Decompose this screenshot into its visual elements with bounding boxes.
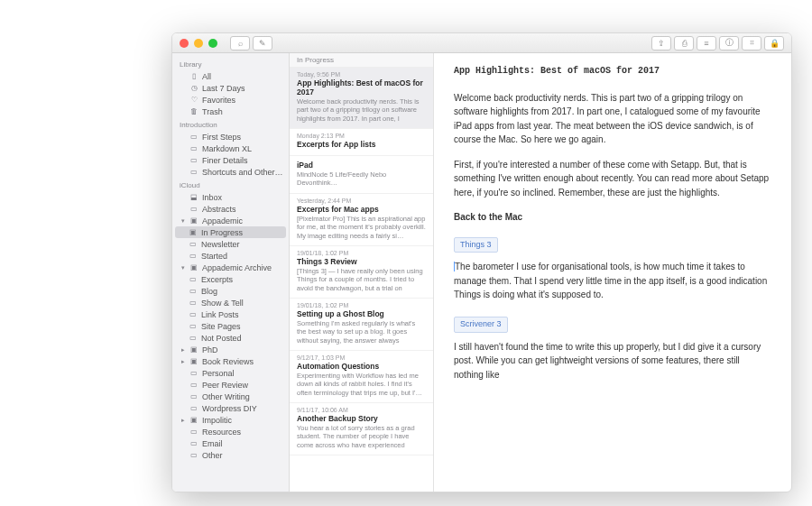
sidebar-item[interactable]: ▭Shortcuts and Other Ti… — [172, 166, 289, 178]
sidebar-item[interactable]: ▾▣Appademic Archive — [172, 262, 289, 273]
doc-icon: ▭ — [189, 168, 198, 177]
link-tag[interactable]: Things 3 — [454, 237, 498, 253]
link-tag[interactable]: Scrivener 3 — [454, 317, 508, 333]
sidebar-item-label: Site Pages — [201, 322, 241, 331]
sidebar-item-label: Finer Details — [202, 156, 248, 165]
folder-icon: ▣ — [189, 345, 198, 354]
doc-icon: ▭ — [189, 133, 198, 142]
sidebar-item-label: Peer Review — [202, 381, 248, 390]
sidebar-item[interactable]: ▭Started — [172, 250, 289, 262]
note-list-item[interactable]: Today, 9:56 PMApp Highlights: Best of ma… — [290, 68, 433, 129]
sidebar-item[interactable]: ▣In Progress — [175, 226, 286, 238]
info-icon[interactable]: ⓘ — [719, 36, 739, 51]
note-list-item[interactable]: Yesterday, 2:44 PMExcerpts for Mac apps[… — [290, 194, 433, 246]
disclosure-icon[interactable]: ▾ — [180, 264, 186, 271]
sidebar-item[interactable]: ▭Site Pages — [172, 320, 289, 332]
tag-icon[interactable]: ⌗ — [742, 36, 761, 51]
sidebar-item[interactable]: ▭Not Posted — [172, 332, 289, 344]
sidebar: Library▯All◷Last 7 Days♡Favorites🗑TrashI… — [172, 53, 290, 492]
folder-icon: ▣ — [189, 416, 198, 425]
sidebar-item[interactable]: ▭Blog — [172, 285, 289, 297]
paragraph-text: The barometer I use for organisational t… — [454, 262, 767, 299]
clock-icon: ◷ — [189, 84, 198, 93]
body: Library▯All◷Last 7 Days♡Favorites🗑TrashI… — [172, 53, 791, 492]
sidebar-item[interactable]: ▭Newsletter — [172, 238, 289, 250]
folder-icon: ▣ — [189, 216, 198, 225]
search-icon[interactable]: ⌕ — [230, 36, 250, 51]
sidebar-item[interactable]: ▾▣Appademic — [172, 215, 289, 226]
inbox-icon: ⬓ — [189, 193, 198, 202]
heart-icon: ♡ — [189, 96, 198, 105]
editor[interactable]: App Highlights: Best of macOS for 2017 W… — [434, 53, 791, 492]
note-list-item[interactable]: 9/11/17, 10:06 AMAnother Backup StoryYou… — [290, 403, 433, 455]
folder-icon: ▣ — [189, 228, 198, 237]
sidebar-item[interactable]: ▭Email — [172, 437, 289, 449]
note-preview: You hear a lot of sorry stories as a gra… — [297, 424, 426, 449]
paragraph: Welcome back productivity nerds. This is… — [454, 91, 771, 147]
disclosure-icon[interactable]: ▸ — [180, 417, 186, 424]
lock-icon[interactable]: 🔒 — [764, 36, 784, 51]
doc-icon: ▭ — [189, 144, 198, 153]
sidebar-item[interactable]: ▭Other Writing — [172, 391, 289, 402]
sidebar-item[interactable]: ▭Personal — [172, 367, 289, 379]
doc-icon: ▭ — [189, 334, 198, 343]
sidebar-item[interactable]: ▭Show & Tell — [172, 297, 289, 308]
paragraph: First, if you're interested a number of … — [454, 158, 771, 200]
sidebar-item[interactable]: ▭First Steps — [172, 131, 289, 143]
sidebar-item-label: Excerpts — [201, 275, 233, 284]
note-list-item[interactable]: iPadMindNode 5 Life/Feedly Nebo Devonthi… — [290, 156, 433, 194]
sidebar-item[interactable]: ⬓Inbox — [172, 191, 289, 203]
close-button[interactable] — [180, 39, 189, 48]
sidebar-item-label: Trash — [202, 107, 223, 116]
sidebar-item-label: In Progress — [201, 228, 243, 237]
minimize-button[interactable] — [194, 39, 203, 48]
note-list-item[interactable]: 19/01/18, 1:02 PMThings 3 Review[Things … — [290, 246, 433, 299]
sidebar-item-label: Markdown XL — [202, 144, 252, 153]
sidebar-item[interactable]: ▸▣PhD — [172, 344, 289, 355]
disclosure-icon[interactable]: ▾ — [180, 217, 186, 225]
sidebar-item[interactable]: ▭Excerpts — [172, 273, 289, 285]
sidebar-item[interactable]: ▭Wordpress DIY — [172, 402, 289, 414]
sidebar-item[interactable]: ▭Markdown XL — [172, 143, 289, 154]
sidebar-item-label: Other — [202, 451, 223, 460]
disclosure-icon[interactable]: ▸ — [180, 358, 186, 365]
sidebar-item[interactable]: ▭Other — [172, 449, 289, 461]
titlebar: ⌕✎ ⇪⎙≡ⓘ⌗🔒 — [172, 33, 791, 53]
sidebar-item[interactable]: ▸▣Book Reviews — [172, 355, 289, 367]
maximize-button[interactable] — [208, 39, 217, 48]
sidebar-section-header: iCloud — [172, 178, 289, 191]
sidebar-item[interactable]: ◷Last 7 Days — [172, 82, 289, 94]
sidebar-item[interactable]: ▭Peer Review — [172, 379, 289, 391]
note-list-item[interactable]: Monday 2:13 PMExcerpts for App lists — [290, 129, 433, 156]
note-date: Today, 9:56 PM — [297, 71, 426, 78]
sidebar-item-label: Wordpress DIY — [202, 404, 257, 413]
doc-icon: ▭ — [189, 310, 198, 319]
sidebar-item[interactable]: ▭Resources — [172, 426, 289, 437]
sidebar-item[interactable]: ♡Favorites — [172, 94, 289, 106]
compose-icon[interactable]: ✎ — [253, 36, 272, 51]
note-list-item[interactable]: 9/12/17, 1:03 PMAutomation QuestionsExpe… — [290, 351, 433, 403]
note-preview: Something I'm asked regularly is what's … — [297, 319, 426, 345]
sidebar-item[interactable]: ▯All — [172, 70, 289, 82]
toolbar-left: ⌕✎ — [230, 36, 272, 51]
doc-icon: ▭ — [189, 404, 198, 413]
export-icon[interactable]: ⎙ — [674, 36, 694, 51]
sidebar-item-label: Email — [202, 439, 223, 448]
sidebar-item[interactable]: ▭Abstracts — [172, 203, 289, 215]
note-date: 19/01/18, 1:02 PM — [297, 302, 426, 308]
share-icon[interactable]: ⇪ — [651, 36, 671, 51]
sidebar-item[interactable]: ▭Finer Details — [172, 154, 289, 166]
sidebar-item-label: Book Reviews — [202, 357, 254, 366]
disclosure-icon[interactable]: ▸ — [180, 346, 186, 354]
notelist-header: In Progress — [290, 53, 433, 68]
sidebar-item[interactable]: 🗑Trash — [172, 106, 289, 117]
note-date: Monday 2:13 PM — [297, 133, 426, 139]
sidebar-item-label: Appademic Archive — [202, 263, 272, 272]
list-icon[interactable]: ≡ — [697, 36, 716, 51]
sidebar-item[interactable]: ▭Link Posts — [172, 308, 289, 320]
paragraph: I still haven't found the time to write … — [454, 340, 771, 382]
note-list-item[interactable]: 19/01/18, 1:02 PMSetting up a Ghost Blog… — [290, 299, 433, 351]
traffic-lights — [180, 39, 217, 48]
note-date: 9/12/17, 1:03 PM — [297, 354, 426, 361]
sidebar-item[interactable]: ▸▣Impolitic — [172, 414, 289, 426]
